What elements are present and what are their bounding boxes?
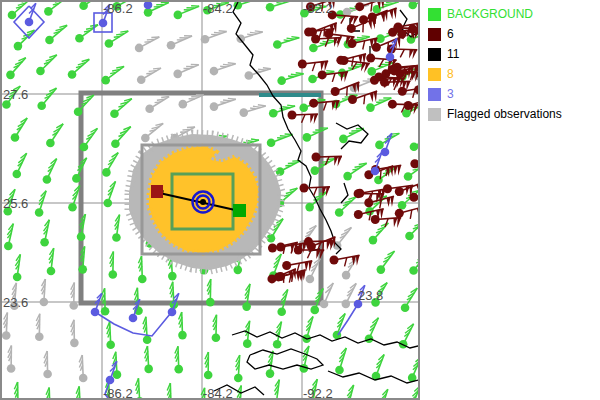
obs-analysis-app: -86.2-86.2-84.2-84.2-82.2-92.227.625.623… <box>0 0 600 400</box>
map-canvas[interactable]: -86.2-86.2-84.2-84.2-82.2-92.227.625.623… <box>0 0 420 400</box>
legend: BACKGROUND 6 11 8 3 Flagged observations <box>428 8 598 128</box>
legend-label: Flagged observations <box>447 108 562 121</box>
legend-label: BACKGROUND <box>447 8 533 21</box>
legend-item-type8: 8 <box>428 68 598 81</box>
legend-swatch-background <box>428 8 441 21</box>
legend-swatch-type6 <box>428 28 441 41</box>
legend-item-type11: 11 <box>428 48 598 61</box>
track-start-marker <box>151 185 163 198</box>
legend-label: 6 <box>447 28 454 41</box>
track-end-marker <box>233 204 246 217</box>
legend-item-type3: 3 <box>428 88 598 101</box>
storm-center-dot <box>200 199 206 205</box>
legend-swatch-type11 <box>428 48 441 61</box>
legend-swatch-type3 <box>428 88 441 101</box>
legend-item-background: BACKGROUND <box>428 8 598 21</box>
legend-label: 8 <box>447 68 454 81</box>
legend-swatch-flagged <box>428 108 441 121</box>
legend-label: 11 <box>447 48 459 61</box>
map-svg <box>2 2 420 400</box>
legend-item-type6: 6 <box>428 28 598 41</box>
legend-item-flagged: Flagged observations <box>428 108 598 121</box>
legend-label: 3 <box>447 88 454 101</box>
legend-swatch-type8 <box>428 68 441 81</box>
